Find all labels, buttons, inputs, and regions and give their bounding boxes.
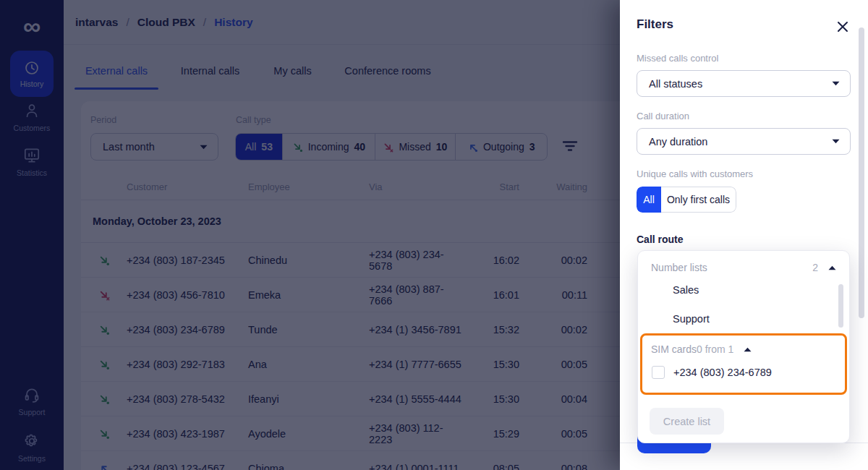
sim-card-checkbox[interactable]	[652, 366, 665, 379]
call-duration-select[interactable]: Any duration	[637, 128, 851, 155]
close-icon	[837, 21, 848, 33]
chevron-up-icon	[744, 347, 752, 352]
missed-calls-control-value: All statuses	[649, 78, 702, 90]
chevron-down-icon	[832, 139, 840, 144]
filters-panel: Filters Missed calls control All statuse…	[620, 0, 868, 470]
sim-cards-label: SIM cards	[651, 343, 697, 355]
missed-calls-control-select[interactable]: All statuses	[637, 70, 851, 97]
dropdown-scrollbar[interactable]	[838, 284, 843, 328]
sim-card-item[interactable]: +234 (803) 234-6789	[652, 366, 772, 379]
filters-title: Filters	[637, 17, 673, 32]
call-duration-value: Any duration	[649, 136, 707, 148]
toggle-option-only-first-calls[interactable]: Only first calls	[661, 187, 736, 213]
app-root: ∞ History Customers Statistics	[0, 0, 868, 470]
call-route-dropdown: Number lists 2 Sales Support SIM cards 0…	[637, 250, 850, 443]
chevron-down-icon	[832, 81, 840, 86]
unique-calls-label: Unique calls with customers	[637, 168, 753, 179]
missed-calls-control-label: Missed calls control	[637, 53, 718, 64]
number-list-item-sales[interactable]: Sales	[673, 284, 699, 296]
create-list-button[interactable]: Create list	[650, 408, 724, 435]
call-duration-label: Call duration	[637, 111, 689, 121]
number-lists-label: Number lists	[651, 262, 707, 273]
unique-calls-toggle: All Only first calls	[637, 187, 736, 213]
sim-card-number: +234 (803) 234-6789	[673, 367, 772, 378]
close-button[interactable]	[835, 19, 851, 35]
number-lists-count: 2	[812, 262, 818, 273]
number-lists-group-header[interactable]: Number lists 2	[651, 260, 836, 275]
panel-scrollbar[interactable]	[859, 27, 864, 318]
sim-cards-count: 0 from 1	[697, 343, 733, 355]
call-route-label: Call route	[637, 234, 684, 245]
sim-cards-highlighted-section: SIM cards 0 from 1 +234 (803) 234-6789	[640, 333, 847, 395]
number-list-item-support[interactable]: Support	[673, 313, 710, 325]
sim-cards-group-header[interactable]: SIM cards 0 from 1	[651, 341, 836, 357]
chevron-up-icon	[828, 265, 836, 270]
toggle-option-all[interactable]: All	[637, 187, 661, 213]
